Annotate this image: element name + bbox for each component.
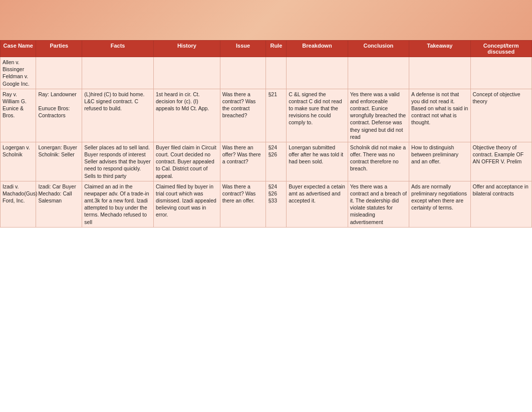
cell-facts [82, 57, 154, 89]
cell-parties: Ray: Landowner Eunuce Bros: Contractors [36, 89, 82, 142]
header-concept-term-discussed: Concept/term discussed [470, 41, 531, 57]
cell-rule: §24 §26 §33 [266, 181, 287, 227]
header-breakdown: Breakdown [287, 41, 348, 57]
cell-conclusion: Scholnik did not make a offer. There was… [348, 142, 409, 181]
cell-issue: Was there an offer? Was there a contract… [220, 142, 266, 181]
cell-parties: Lonergan: Buyer Scholnik: Seller [36, 142, 82, 181]
cell-history [154, 57, 220, 89]
header-facts: Facts [82, 41, 154, 57]
cell-parties [36, 57, 82, 89]
cell-breakdown [287, 57, 348, 89]
cell-issue: Was there a contract? Was there an offer… [220, 181, 266, 227]
cell-takeaway: Ads are normally preliminary negotiation… [409, 181, 470, 227]
cell-history: 1st heard in cir. Ct. decision for (c). … [154, 89, 220, 142]
cell-facts: (L)hired (C) to buid home. L&C signed co… [82, 89, 154, 142]
cell-conclusion [348, 57, 409, 89]
cell-rule: §21 [266, 89, 287, 142]
top-banner [0, 0, 532, 40]
cell-history: Buyer filed claim in Circuit court. Cour… [154, 142, 220, 181]
cell-takeaway [409, 57, 470, 89]
cell-concept: Offer and acceptance in bilateral contra… [470, 181, 531, 227]
cell-concept [470, 57, 531, 89]
cell-casename: Allen v. Bissinger Feldman v. Google Inc… [1, 57, 36, 89]
table-row: Allen v. Bissinger Feldman v. Google Inc… [1, 57, 532, 89]
header-case-name: Case Name [1, 41, 36, 57]
cell-casename: Izadi v. Machado(Gus) Ford, Inc. [1, 181, 36, 227]
cell-conclusion: Yes there was a valid and enforceable co… [348, 89, 409, 142]
cell-breakdown: C &L signed the contract C did not read … [287, 89, 348, 142]
header-issue: Issue [220, 41, 266, 57]
table-row: Ray v. William G. Eunice & Bros.Ray: Lan… [1, 89, 532, 142]
cell-takeaway: How to distinguish between preliminary a… [409, 142, 470, 181]
cell-history: Claimed filed by buyer in trial court wh… [154, 181, 220, 227]
header-takeaway: Takeaway [409, 41, 470, 57]
cell-issue [220, 57, 266, 89]
cell-issue: Was there a contract? Was the contract b… [220, 89, 266, 142]
cell-conclusion: Yes there was a contract and a breach of… [348, 181, 409, 227]
cell-rule [266, 57, 287, 89]
cell-casename: Logergan v. Scholnik [1, 142, 36, 181]
header-history: History [154, 41, 220, 57]
cell-concept: Objective theory of contract. Example OF… [470, 142, 531, 181]
header-parties: Parties [36, 41, 82, 57]
cell-casename: Ray v. William G. Eunice & Bros. [1, 89, 36, 142]
cell-concept: Concept of objective theory [470, 89, 531, 142]
table-row: Logergan v. ScholnikLonergan: Buyer Scho… [1, 142, 532, 181]
cell-rule: §24 §26 [266, 142, 287, 181]
cell-parties: Izadi: Car Buyer Mechado: Call Salesman [36, 181, 82, 227]
cell-facts: Seller places ad to sell land. Buyer res… [82, 142, 154, 181]
cell-facts: Claimed an ad in the newpaper adv. Of a … [82, 181, 154, 227]
cell-takeaway: A defense is not that you did not read i… [409, 89, 470, 142]
cell-breakdown: Buyer expected a cetain amt as advertise… [287, 181, 348, 227]
cell-breakdown: Lonergan submitted offer after he was to… [287, 142, 348, 181]
case-table: Case NamePartiesFactsHistoryIssueRuleBre… [0, 40, 532, 228]
header-rule: Rule [266, 41, 287, 57]
header-conclusion: Conclusion [348, 41, 409, 57]
table-row: Izadi v. Machado(Gus) Ford, Inc.Izadi: C… [1, 181, 532, 227]
